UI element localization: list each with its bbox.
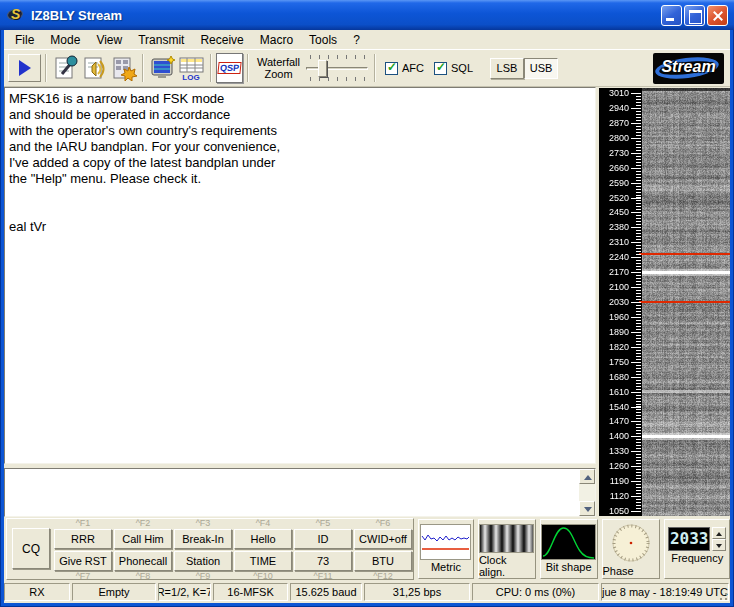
toolbar: LOG QSP Waterfall Zoom AFC SQL LSB	[4, 49, 730, 87]
scroll-down-icon[interactable]	[579, 501, 595, 516]
tx-scrollbar[interactable]	[579, 469, 595, 516]
minimize-button[interactable]	[661, 5, 682, 26]
stream-logo: Stream	[653, 53, 724, 84]
macro-group: CQ ^F1 RRR Give RST ^F7 ^F2 Call Him Pho…	[6, 518, 414, 580]
tx-input-area[interactable]	[4, 468, 596, 517]
status-cell: Empty	[72, 583, 156, 601]
afc-checkbox[interactable]: AFC	[385, 62, 424, 75]
fkey-label-top: ^F5	[294, 519, 352, 528]
status-cell: R=1/2, K=7	[158, 583, 211, 601]
fkey-label-top: ^F1	[54, 519, 112, 528]
app-icon: S	[6, 6, 26, 24]
waterfall-zoom-label: Waterfall Zoom	[257, 56, 300, 80]
spin-down-icon[interactable]	[712, 539, 726, 551]
clock-align-scope	[479, 524, 534, 553]
rx-text-line: eal tVr	[9, 219, 591, 235]
qsp-button[interactable]: QSP	[216, 53, 243, 83]
app-icon-letter: S	[11, 6, 20, 22]
menu-item[interactable]: Mode	[42, 32, 88, 48]
macro-button[interactable]: Break-In	[174, 529, 232, 549]
rx-text-line: and should be operated in accordance	[9, 107, 591, 123]
waterfall-canvas[interactable]	[599, 88, 730, 516]
fkey-label-bottom: ^F10	[234, 572, 292, 581]
status-cell: jue 8 may - 18:19:49 UTC	[601, 583, 729, 601]
frequency-spinner[interactable]	[712, 527, 726, 551]
menu-item[interactable]: Macro	[252, 32, 301, 48]
macro-column: ^F3 Break-In Station ^F9	[174, 519, 232, 581]
menu-item[interactable]: Transmit	[130, 32, 192, 48]
macro-button[interactable]: Phonecall	[114, 551, 172, 571]
rx-text-line	[9, 203, 591, 219]
rx-text-line: the "Help" menu. Please check it.	[9, 171, 591, 187]
rx-text-area[interactable]: MFSK16 is a narrow band FSK mode and sho…	[4, 87, 596, 464]
tx-macros-icon[interactable]	[51, 54, 80, 83]
close-button[interactable]	[707, 5, 728, 26]
slider-thumb[interactable]	[318, 60, 327, 77]
maximize-button[interactable]	[684, 5, 705, 26]
window-title: IZ8BLY Stream	[31, 8, 122, 23]
spin-up-icon[interactable]	[712, 527, 726, 539]
toolbar-separator	[210, 54, 212, 82]
status-cell: 16-MFSK	[213, 583, 288, 601]
slider-ticks	[310, 77, 366, 81]
macro-button[interactable]: RRR	[54, 529, 112, 549]
title-bar[interactable]: S IZ8BLY Stream	[0, 0, 734, 30]
sql-checkbox-box[interactable]	[434, 62, 447, 75]
menu-item[interactable]: File	[7, 32, 42, 48]
start-decode-button[interactable]	[8, 54, 41, 82]
rx-text-line: MFSK16 is a narrow band FSK mode	[9, 91, 591, 107]
clock-align-label: Clock align.	[479, 554, 535, 578]
macro-column: ^F5 ID 73 ^F11	[294, 519, 352, 581]
macro-button[interactable]: Give RST	[54, 551, 112, 571]
play-icon	[19, 60, 31, 76]
macro-button[interactable]: Call Him	[114, 529, 172, 549]
bit-shape-widget[interactable]: Bit shape	[540, 519, 598, 579]
macro-panel: CQ ^F1 RRR Give RST ^F7 ^F2 Call Him Pho…	[4, 517, 415, 581]
scroll-up-icon[interactable]	[579, 469, 595, 484]
widget-bar: Metric Clock align. Bit shape Phase s	[415, 517, 730, 581]
metric-widget[interactable]: Metric	[418, 519, 474, 579]
slider-track	[306, 67, 368, 70]
lsb-button[interactable]: LSB	[490, 58, 524, 79]
clock-align-widget[interactable]: Clock align.	[478, 519, 536, 579]
metric-scope	[420, 524, 471, 560]
qsp-label: QSP	[217, 62, 241, 74]
usb-button[interactable]: USB	[524, 58, 558, 79]
fkey-label-bottom: ^F9	[174, 572, 232, 581]
status-cell: RX	[4, 583, 70, 601]
toolbar-separator	[247, 54, 249, 82]
sql-checkbox[interactable]: SQL	[434, 62, 473, 75]
resize-grip-icon[interactable]	[717, 590, 729, 601]
app-window: S IZ8BLY Stream File Mode View Transmit …	[0, 0, 734, 607]
menu-item[interactable]: View	[88, 32, 130, 48]
frequency-display: 2033	[668, 527, 710, 551]
status-cell: 31,25 bps	[364, 583, 470, 601]
menu-item[interactable]: ?	[345, 32, 368, 48]
macro-button[interactable]: BTU	[354, 551, 412, 571]
macro-column: ^F4 Hello TIME ^F10	[234, 519, 292, 581]
toolbar-separator	[374, 54, 376, 82]
fkey-label-bottom: ^F11	[294, 572, 352, 581]
frequency-label: Frequency	[671, 552, 723, 564]
menu-item[interactable]: Receive	[192, 32, 251, 48]
fkey-label-top: ^F4	[234, 519, 292, 528]
settings-icon[interactable]	[109, 54, 138, 83]
monitor-icon[interactable]	[148, 54, 177, 83]
macro-button[interactable]: Station	[174, 551, 232, 571]
macro-button[interactable]: CWID+off	[354, 529, 412, 549]
bit-shape-scope	[541, 524, 596, 560]
afc-label: AFC	[402, 62, 424, 74]
log-icon[interactable]: LOG	[177, 54, 206, 83]
macro-button[interactable]: 73	[294, 551, 352, 571]
phase-scope-widget[interactable]: Phase scope	[602, 519, 661, 579]
rx-audio-icon[interactable]	[80, 54, 109, 83]
waterfall-zoom-slider[interactable]	[306, 53, 368, 83]
macro-button[interactable]: Hello	[234, 529, 292, 549]
fkey-label-bottom: ^F7	[54, 572, 112, 581]
menu-item[interactable]: Tools	[301, 32, 345, 48]
macro-button[interactable]: TIME	[234, 551, 292, 571]
status-bar: RX Empty R=1/2, K=7 16-MFSK 15.625 baud …	[4, 581, 730, 603]
cq-macro-button[interactable]: CQ	[12, 528, 50, 569]
macro-button[interactable]: ID	[294, 529, 352, 549]
afc-checkbox-box[interactable]	[385, 62, 398, 75]
